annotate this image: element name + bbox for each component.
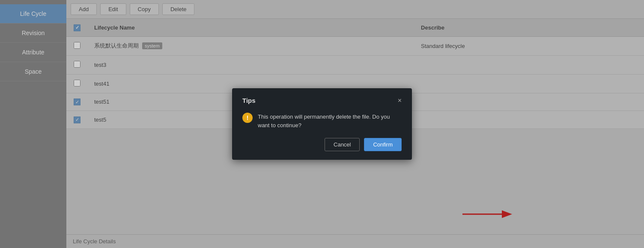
- warning-icon: !: [242, 113, 253, 123]
- modal-footer: Cancel Confirm: [242, 138, 402, 151]
- confirm-button[interactable]: Confirm: [364, 138, 402, 151]
- modal-body: ! This operation will permanently delete…: [242, 113, 402, 129]
- cancel-button[interactable]: Cancel: [325, 138, 360, 151]
- modal-overlay: Tips × ! This operation will permanently…: [0, 0, 644, 248]
- modal-header: Tips ×: [242, 97, 402, 104]
- modal-title: Tips: [242, 97, 256, 104]
- tips-modal: Tips × ! This operation will permanently…: [232, 88, 412, 160]
- modal-close-button[interactable]: ×: [398, 97, 402, 104]
- modal-message: This operation will permanently delete t…: [258, 113, 402, 129]
